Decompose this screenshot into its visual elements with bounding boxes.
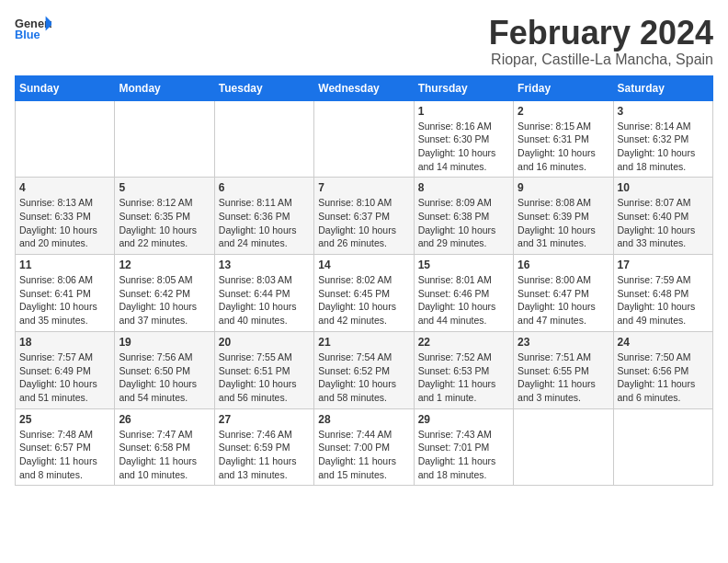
day-number: 25 — [19, 413, 110, 426]
calendar-cell: 11Sunrise: 8:06 AMSunset: 6:41 PMDayligh… — [16, 255, 115, 332]
day-number: 22 — [418, 336, 509, 349]
day-info: Sunrise: 7:59 AMSunset: 6:48 PMDaylight:… — [618, 273, 709, 327]
week-row-2: 4Sunrise: 8:13 AMSunset: 6:33 PMDaylight… — [16, 178, 713, 255]
day-number: 9 — [518, 181, 609, 194]
calendar-cell — [514, 408, 613, 486]
week-row-1: 1Sunrise: 8:16 AMSunset: 6:30 PMDaylight… — [16, 100, 713, 178]
day-info: Sunrise: 7:55 AMSunset: 6:51 PMDaylight:… — [219, 350, 310, 405]
day-number: 8 — [418, 181, 509, 194]
calendar-cell: 9Sunrise: 8:08 AMSunset: 6:39 PMDaylight… — [514, 178, 613, 255]
week-row-3: 11Sunrise: 8:06 AMSunset: 6:41 PMDayligh… — [16, 255, 713, 332]
day-header-monday: Monday — [115, 75, 214, 100]
day-info: Sunrise: 8:12 AMSunset: 6:35 PMDaylight:… — [119, 196, 210, 250]
calendar-cell: 17Sunrise: 7:59 AMSunset: 6:48 PMDayligh… — [613, 255, 712, 332]
day-info: Sunrise: 7:44 AMSunset: 7:00 PMDaylight:… — [318, 428, 409, 482]
calendar-cell: 21Sunrise: 7:54 AMSunset: 6:52 PMDayligh… — [314, 331, 414, 408]
day-info: Sunrise: 7:57 AMSunset: 6:49 PMDaylight:… — [19, 350, 110, 405]
day-info: Sunrise: 8:14 AMSunset: 6:32 PMDaylight:… — [618, 120, 709, 174]
day-number: 26 — [119, 413, 210, 426]
calendar-title: February 2024 — [489, 15, 713, 52]
day-number: 24 — [618, 336, 709, 349]
day-number: 13 — [219, 259, 310, 271]
day-info: Sunrise: 8:06 AMSunset: 6:41 PMDaylight:… — [19, 273, 110, 327]
calendar-cell: 19Sunrise: 7:56 AMSunset: 6:50 PMDayligh… — [115, 331, 214, 408]
day-number: 28 — [318, 413, 409, 426]
calendar-cell: 29Sunrise: 7:43 AMSunset: 7:01 PMDayligh… — [414, 408, 513, 486]
week-row-4: 18Sunrise: 7:57 AMSunset: 6:49 PMDayligh… — [16, 331, 713, 408]
calendar-cell — [16, 100, 115, 178]
days-header-row: SundayMondayTuesdayWednesdayThursdayFrid… — [16, 75, 713, 100]
day-info: Sunrise: 8:01 AMSunset: 6:46 PMDaylight:… — [418, 273, 509, 327]
day-number: 20 — [219, 336, 310, 349]
day-number: 17 — [618, 259, 709, 271]
day-info: Sunrise: 8:09 AMSunset: 6:38 PMDaylight:… — [418, 196, 509, 250]
page-header: General Blue February 2024 Riopar, Casti… — [15, 15, 713, 68]
day-info: Sunrise: 8:07 AMSunset: 6:40 PMDaylight:… — [618, 196, 709, 250]
calendar-cell: 1Sunrise: 8:16 AMSunset: 6:30 PMDaylight… — [414, 100, 513, 178]
calendar-cell: 4Sunrise: 8:13 AMSunset: 6:33 PMDaylight… — [16, 178, 115, 255]
title-section: February 2024 Riopar, Castille-La Mancha… — [489, 15, 713, 68]
day-number: 5 — [119, 181, 210, 194]
generalblue-logo-icon: General Blue — [15, 15, 51, 40]
day-number: 2 — [518, 105, 609, 118]
day-info: Sunrise: 7:56 AMSunset: 6:50 PMDaylight:… — [119, 350, 210, 405]
calendar-cell: 26Sunrise: 7:47 AMSunset: 6:58 PMDayligh… — [115, 408, 214, 486]
day-info: Sunrise: 7:47 AMSunset: 6:58 PMDaylight:… — [119, 428, 210, 482]
day-number: 27 — [219, 413, 310, 426]
day-info: Sunrise: 7:51 AMSunset: 6:55 PMDaylight:… — [518, 350, 609, 405]
day-number: 18 — [19, 336, 110, 349]
calendar-cell: 8Sunrise: 8:09 AMSunset: 6:38 PMDaylight… — [414, 178, 513, 255]
calendar-cell: 25Sunrise: 7:48 AMSunset: 6:57 PMDayligh… — [16, 408, 115, 486]
day-header-thursday: Thursday — [414, 75, 513, 100]
day-info: Sunrise: 7:48 AMSunset: 6:57 PMDaylight:… — [19, 428, 110, 482]
calendar-cell: 15Sunrise: 8:01 AMSunset: 6:46 PMDayligh… — [414, 255, 513, 332]
calendar-cell: 23Sunrise: 7:51 AMSunset: 6:55 PMDayligh… — [514, 331, 613, 408]
calendar-cell: 6Sunrise: 8:11 AMSunset: 6:36 PMDaylight… — [214, 178, 313, 255]
day-number: 19 — [119, 336, 210, 349]
day-info: Sunrise: 8:08 AMSunset: 6:39 PMDaylight:… — [518, 196, 609, 250]
calendar-body: 1Sunrise: 8:16 AMSunset: 6:30 PMDaylight… — [16, 100, 713, 486]
day-number: 3 — [618, 105, 709, 118]
day-number: 1 — [418, 105, 509, 118]
calendar-cell: 2Sunrise: 8:15 AMSunset: 6:31 PMDaylight… — [514, 100, 613, 178]
calendar-cell — [613, 408, 712, 486]
day-number: 15 — [418, 259, 509, 271]
day-number: 14 — [318, 259, 409, 271]
week-row-5: 25Sunrise: 7:48 AMSunset: 6:57 PMDayligh… — [16, 408, 713, 486]
calendar-cell: 28Sunrise: 7:44 AMSunset: 7:00 PMDayligh… — [314, 408, 414, 486]
day-header-tuesday: Tuesday — [214, 75, 313, 100]
day-info: Sunrise: 7:54 AMSunset: 6:52 PMDaylight:… — [318, 350, 409, 405]
calendar-header: SundayMondayTuesdayWednesdayThursdayFrid… — [16, 75, 713, 100]
day-info: Sunrise: 7:52 AMSunset: 6:53 PMDaylight:… — [418, 350, 509, 405]
day-number: 6 — [219, 181, 310, 194]
logo: General Blue — [15, 15, 51, 40]
calendar-cell: 16Sunrise: 8:00 AMSunset: 6:47 PMDayligh… — [514, 255, 613, 332]
day-number: 11 — [19, 259, 110, 271]
day-header-friday: Friday — [514, 75, 613, 100]
calendar-cell: 3Sunrise: 8:14 AMSunset: 6:32 PMDaylight… — [613, 100, 712, 178]
calendar-cell: 27Sunrise: 7:46 AMSunset: 6:59 PMDayligh… — [214, 408, 313, 486]
calendar-cell — [115, 100, 214, 178]
day-info: Sunrise: 8:16 AMSunset: 6:30 PMDaylight:… — [418, 120, 509, 174]
day-header-wednesday: Wednesday — [314, 75, 414, 100]
calendar-cell: 13Sunrise: 8:03 AMSunset: 6:44 PMDayligh… — [214, 255, 313, 332]
calendar-cell — [214, 100, 313, 178]
day-info: Sunrise: 8:02 AMSunset: 6:45 PMDaylight:… — [318, 273, 409, 327]
day-info: Sunrise: 8:03 AMSunset: 6:44 PMDaylight:… — [219, 273, 310, 327]
day-number: 29 — [418, 413, 509, 426]
calendar-cell — [314, 100, 414, 178]
day-info: Sunrise: 8:13 AMSunset: 6:33 PMDaylight:… — [19, 196, 110, 250]
day-info: Sunrise: 8:11 AMSunset: 6:36 PMDaylight:… — [219, 196, 310, 250]
day-info: Sunrise: 8:05 AMSunset: 6:42 PMDaylight:… — [119, 273, 210, 327]
day-info: Sunrise: 7:43 AMSunset: 7:01 PMDaylight:… — [418, 428, 509, 482]
day-number: 16 — [518, 259, 609, 271]
calendar-subtitle: Riopar, Castille-La Mancha, Spain — [489, 52, 713, 68]
day-number: 10 — [618, 181, 709, 194]
calendar-cell: 12Sunrise: 8:05 AMSunset: 6:42 PMDayligh… — [115, 255, 214, 332]
day-info: Sunrise: 8:10 AMSunset: 6:37 PMDaylight:… — [318, 196, 409, 250]
day-number: 23 — [518, 336, 609, 349]
calendar-cell: 24Sunrise: 7:50 AMSunset: 6:56 PMDayligh… — [613, 331, 712, 408]
day-info: Sunrise: 7:46 AMSunset: 6:59 PMDaylight:… — [219, 428, 310, 482]
svg-text:Blue: Blue — [15, 28, 40, 40]
calendar-cell: 5Sunrise: 8:12 AMSunset: 6:35 PMDaylight… — [115, 178, 214, 255]
